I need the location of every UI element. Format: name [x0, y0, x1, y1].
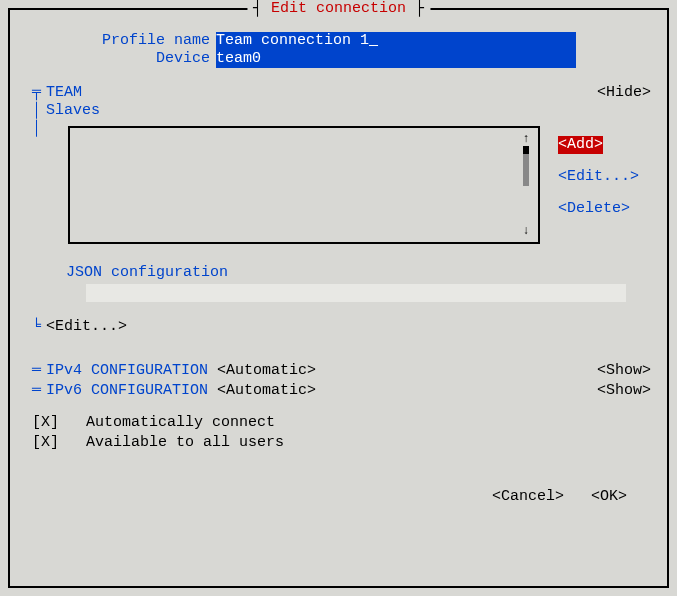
scroll-down-icon[interactable]: ↓ [522, 224, 529, 238]
profile-name-input[interactable]: Team connection 1_ [216, 32, 576, 50]
content-area: Profile name Team connection 1_ Device t… [10, 10, 667, 514]
scroll-thumb[interactable] [523, 154, 529, 186]
all-users-checkbox[interactable]: [X] [32, 434, 59, 451]
team-label: TEAM [46, 84, 82, 102]
device-row: Device team0 [26, 50, 651, 68]
add-button[interactable]: <Add> [558, 136, 603, 154]
ipv6-label: IPv6 CONFIGURATION [46, 382, 208, 400]
all-users-label: Available to all users [86, 434, 284, 451]
json-edit-row: ╘ <Edit...> [26, 318, 651, 336]
profile-name-row: Profile name Team connection 1_ [26, 32, 651, 50]
ipv4-show-button[interactable]: <Show> [597, 362, 651, 380]
team-section-header: ╤ TEAM <Hide> [26, 84, 651, 102]
edit-slave-button[interactable]: <Edit...> [558, 168, 639, 186]
slaves-listbox[interactable]: ↑ ↓ [68, 126, 540, 244]
auto-connect-checkbox[interactable]: [X] [32, 414, 59, 431]
scroll-up-icon[interactable]: ↑ [522, 132, 529, 146]
hide-button[interactable]: <Hide> [597, 84, 651, 102]
edit-connection-window: ┤ Edit connection ├ Profile name Team co… [8, 8, 669, 588]
slaves-label-row: │ Slaves [26, 102, 651, 120]
cancel-button[interactable]: <Cancel> [492, 488, 564, 505]
profile-name-label: Profile name [26, 32, 216, 50]
ipv4-label: IPv4 CONFIGURATION [46, 362, 208, 380]
section-pipe: │ [32, 102, 46, 120]
bottom-buttons: <Cancel> <OK> [26, 488, 651, 506]
json-config-label: JSON configuration [46, 264, 651, 282]
profile-name-value: Team connection 1 [216, 32, 369, 49]
device-input[interactable]: team0 [216, 50, 576, 68]
slave-buttons: <Add> <Edit...> <Delete> [558, 126, 639, 218]
device-label: Device [26, 50, 216, 68]
auto-connect-row: [X] Automatically connect [26, 414, 651, 432]
cursor-underscore: _ [369, 32, 378, 49]
title-bracket-right: ├ [406, 0, 424, 17]
json-config-input[interactable] [86, 284, 626, 302]
delete-slave-button[interactable]: <Delete> [558, 200, 639, 218]
slaves-area: ↑ ↓ <Add> <Edit...> <Delete> [46, 126, 651, 244]
slaves-body-row: │ ↑ ↓ <Add> <Edit...> [26, 120, 651, 302]
slaves-label: Slaves [46, 102, 100, 120]
auto-connect-label: Automatically connect [86, 414, 275, 431]
ipv6-marker: ═ [32, 382, 46, 400]
title-bracket-left: ┤ [253, 0, 271, 17]
scrollbar[interactable]: ↑ ↓ [520, 132, 532, 238]
section-pipe-2: │ [32, 120, 46, 302]
ipv6-mode-select[interactable]: <Automatic> [217, 382, 316, 400]
title-text: Edit connection [271, 0, 406, 17]
team-section-marker: ╤ [32, 84, 46, 102]
ipv6-show-button[interactable]: <Show> [597, 382, 651, 400]
ipv4-marker: ═ [32, 362, 46, 380]
device-value: team0 [216, 50, 261, 67]
scroll-thumb-top [523, 146, 529, 154]
section-end-marker: ╘ [32, 318, 46, 336]
window-title: ┤ Edit connection ├ [247, 0, 430, 18]
all-users-row: [X] Available to all users [26, 434, 651, 452]
json-edit-button[interactable]: <Edit...> [46, 318, 127, 336]
ipv6-row: ═ IPv6 CONFIGURATION <Automatic> <Show> [26, 382, 651, 400]
ipv4-row: ═ IPv4 CONFIGURATION <Automatic> <Show> [26, 362, 651, 380]
ok-button[interactable]: <OK> [591, 488, 627, 505]
ipv4-mode-select[interactable]: <Automatic> [217, 362, 316, 380]
